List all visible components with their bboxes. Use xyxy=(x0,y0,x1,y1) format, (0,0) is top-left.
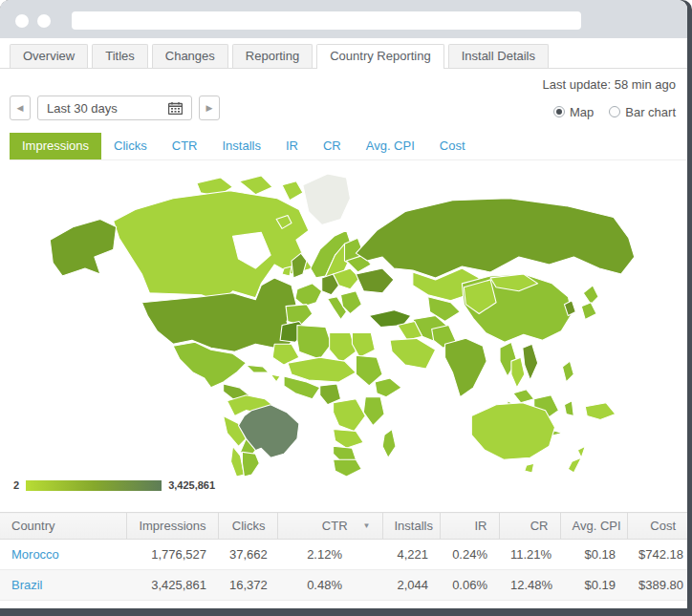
world-map[interactable] xyxy=(7,162,681,479)
metric-tab-installs[interactable]: Installs xyxy=(209,133,272,159)
metric-tab-ir[interactable]: IR xyxy=(273,133,311,159)
ukraine-shape xyxy=(356,268,394,293)
australia-shape xyxy=(471,403,554,459)
col-header-clicks[interactable]: Clicks xyxy=(218,513,277,540)
url-bar[interactable] xyxy=(72,11,581,30)
india-shape xyxy=(445,338,487,396)
metric-tab-clicks[interactable]: Clicks xyxy=(101,133,160,159)
radio-map-label: Map xyxy=(570,105,594,119)
asia-shapes[interactable] xyxy=(356,199,634,437)
metric-tab-cr[interactable]: CR xyxy=(311,133,354,159)
radio-bar-chart-label: Bar chart xyxy=(625,105,676,119)
cell-cr: 6.31% xyxy=(499,601,560,609)
cell-installs: 2,044 xyxy=(382,570,440,601)
metric-tab-impressions[interactable]: Impressions xyxy=(10,133,101,159)
radio-unselected-icon xyxy=(609,106,620,117)
south-america-shapes[interactable] xyxy=(224,395,299,477)
table-header-row: Country Impressions Clicks CTR ▼ Install… xyxy=(0,513,687,540)
browser-chrome xyxy=(0,0,687,38)
alaska-shape xyxy=(50,219,116,275)
cell-clicks: 27,319 xyxy=(218,601,277,609)
date-range-nav: ◀ Last 30 days ▶ xyxy=(10,96,220,120)
tab-reporting[interactable]: Reporting xyxy=(232,44,313,68)
col-header-installs[interactable]: Installs xyxy=(382,513,440,540)
legend-min-value: 2 xyxy=(13,479,19,491)
map-legend: 2 3,425,861 xyxy=(13,479,215,491)
calendar-icon xyxy=(168,102,183,115)
window-control-dot[interactable] xyxy=(37,14,51,28)
col-header-ctr-label: CTR xyxy=(322,519,348,533)
radio-selected-icon xyxy=(553,106,565,117)
metric-tab-cost[interactable]: Cost xyxy=(427,133,478,159)
main-tab-bar: Overview Titles Changes Reporting Countr… xyxy=(0,38,687,69)
cell-avg-cpi: $0.18 xyxy=(560,540,627,570)
last-update-text: Last update: 58 min ago xyxy=(0,69,687,92)
browser-frame: Overview Titles Changes Reporting Countr… xyxy=(0,0,692,616)
country-link[interactable]: China xyxy=(0,601,126,609)
cell-avg-cpi: $0.19 xyxy=(560,570,627,601)
radio-bar-chart[interactable]: Bar chart xyxy=(609,105,676,119)
view-toggle: Map Bar chart xyxy=(553,105,676,119)
cell-impressions: 391,316 xyxy=(126,601,218,609)
metric-tab-bar: Impressions Clicks CTR Installs IR CR Av… xyxy=(10,133,687,160)
date-range-value: Last 30 days xyxy=(47,101,118,116)
cell-ir: 0.06% xyxy=(440,570,499,601)
prev-period-button[interactable]: ◀ xyxy=(10,96,31,120)
country-link[interactable]: Morocco xyxy=(0,540,126,570)
cell-cr: 12.48% xyxy=(499,570,560,601)
next-period-button[interactable]: ▶ xyxy=(199,96,220,120)
cell-clicks: 37,662 xyxy=(218,540,277,570)
country-link[interactable]: Brazil xyxy=(0,570,126,601)
africa-shapes[interactable] xyxy=(272,321,401,477)
controls-row: ◀ Last 30 days ▶ Map xyxy=(0,92,687,120)
cell-cost: $389.80 xyxy=(627,570,687,601)
cell-impressions: 1,776,527 xyxy=(126,540,218,570)
cell-installs: 1,725 xyxy=(382,601,440,609)
table-row-morocco: Morocco 1,776,527 37,662 2.12% 4,221 0.2… xyxy=(0,540,687,570)
russia-shape xyxy=(356,199,634,278)
metric-tab-avg-cpi[interactable]: Avg. CPI xyxy=(354,133,427,159)
radio-map[interactable]: Map xyxy=(553,105,594,119)
col-header-impressions[interactable]: Impressions xyxy=(126,513,218,540)
browser-window: Overview Titles Changes Reporting Countr… xyxy=(0,0,687,608)
greenland-shape xyxy=(303,174,351,225)
tab-overview[interactable]: Overview xyxy=(10,44,88,68)
table-row-china: China 391,316 27,319 6.98% 1,725 0.44% 6… xyxy=(0,601,687,609)
col-header-ctr[interactable]: CTR ▼ xyxy=(277,513,382,540)
tab-country-reporting[interactable]: Country Reporting xyxy=(316,44,444,68)
col-header-ir[interactable]: IR xyxy=(440,513,499,540)
sort-desc-icon[interactable]: ▼ xyxy=(363,521,371,530)
tab-install-details[interactable]: Install Details xyxy=(448,44,549,68)
tab-changes[interactable]: Changes xyxy=(152,44,228,68)
col-header-country[interactable]: Country xyxy=(0,513,126,540)
country-report-table: Country Impressions Clicks CTR ▼ Install… xyxy=(0,512,687,608)
cell-ir: 0.44% xyxy=(440,601,499,609)
metric-tab-ctr[interactable]: CTR xyxy=(160,133,210,159)
col-header-avg-cpi[interactable]: Avg. CPI xyxy=(560,513,627,540)
date-range-select[interactable]: Last 30 days xyxy=(37,96,192,120)
cell-installs: 4,221 xyxy=(382,540,440,570)
cell-avg-cpi: $0.17 xyxy=(560,601,627,609)
tab-titles[interactable]: Titles xyxy=(92,44,148,68)
cell-cost: $742.18 xyxy=(627,540,687,570)
cell-ctr: 6.98% xyxy=(277,601,382,609)
cell-ctr: 2.12% xyxy=(277,540,382,570)
cell-clicks: 16,372 xyxy=(218,570,277,601)
cell-impressions: 3,425,861 xyxy=(126,570,218,601)
legend-gradient-bar xyxy=(26,480,162,491)
cell-ir: 0.24% xyxy=(440,540,499,570)
choropleth-map-area: 2 3,425,861 xyxy=(0,162,687,512)
cell-cost: $294.59 xyxy=(627,601,687,609)
col-header-cost[interactable]: Cost xyxy=(627,513,687,540)
legend-max-value: 3,425,861 xyxy=(168,479,215,491)
table-row-brazil: Brazil 3,425,861 16,372 0.48% 2,044 0.06… xyxy=(0,570,687,601)
col-header-cr[interactable]: CR xyxy=(499,513,560,540)
cell-ctr: 0.48% xyxy=(277,570,382,601)
cell-cr: 11.21% xyxy=(499,540,560,570)
window-control-dot[interactable] xyxy=(15,14,29,28)
